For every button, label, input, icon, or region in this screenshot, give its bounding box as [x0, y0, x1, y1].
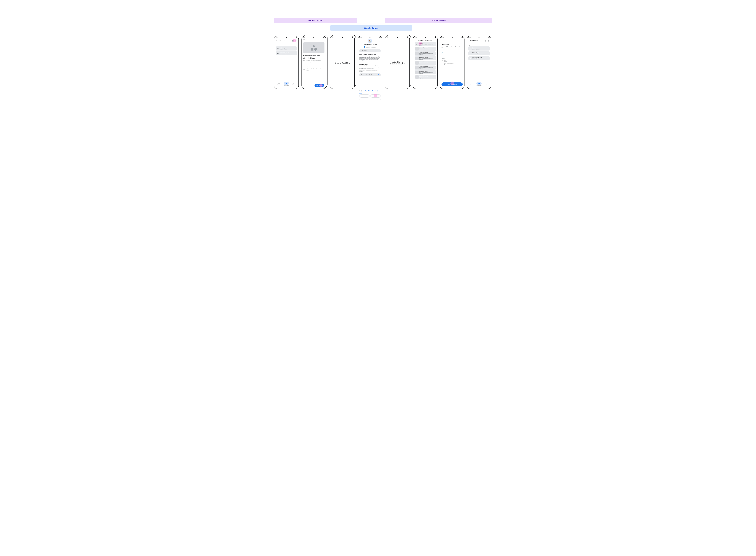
bedtime-subtitle: At 9pm, the TV powers down, and bedroom …	[441, 46, 463, 48]
home-icon: ⌂	[361, 50, 361, 51]
page-title: Automations	[276, 40, 286, 42]
nav-settings[interactable]: △Settings	[485, 82, 488, 86]
phone-link-consent: 9:30◢▮ 🏠 Link home to Acme 👤 alex.miller…	[358, 36, 383, 100]
allow-button[interactable]: Allow	[370, 94, 381, 98]
back-icon[interactable]: ←	[441, 39, 443, 41]
linked-paragraph-2: Manage device linking below or in Google…	[359, 70, 381, 72]
linked-heading: Linked devices	[359, 64, 381, 65]
back-icon[interactable]: ←	[415, 39, 416, 41]
privacy-policy-link[interactable]: Privacy Policy	[365, 90, 370, 91]
linked-paragraph: Acme will automatically have access to a…	[359, 65, 381, 69]
action-tv-row[interactable]: ▢ TVTurn off	[441, 60, 463, 62]
section-my-automations: My automations	[276, 44, 297, 45]
phone-connect-acme: 9:30◢▮ ✕ Connect Acme and Google Home En…	[301, 36, 326, 89]
wifi-icon: ◢	[295, 37, 296, 38]
account-icon[interactable]: ◉	[488, 40, 490, 42]
matter-text: Matter SharingCommissioning API	[390, 61, 404, 65]
square-icon	[311, 48, 314, 50]
legal-text: See Smart App Privacy Policy and Terms o…	[359, 90, 381, 94]
phone-bedtime-detail: 9:30◢▮ ← Bedtime At 9pm, the TV powers d…	[440, 36, 465, 89]
tv-icon: ▢	[277, 48, 279, 49]
device-types-chip[interactable]: ▣4 device types linked ⚙	[359, 73, 381, 76]
action-lights-row[interactable]: ◇ Kids bedroom lightsDim	[441, 63, 463, 65]
discover-title: Discover Automations	[418, 39, 434, 41]
commute-icon: ⇄	[277, 53, 279, 54]
automation-card-tv[interactable]: ▢ TV time lights1 starter • 2 actions	[276, 46, 297, 50]
automation-card-bedtime[interactable]: ☾ Bedtime1 starter • 2 actions	[468, 46, 490, 50]
discover-card[interactable]: Automation nameLorem ipsum dolor sit ame…	[415, 66, 436, 70]
phone-discover-automations: 9:30◢▮ ← Discover Automations ☾ BedtimeA…	[413, 36, 438, 89]
signal-icon: ▮	[296, 37, 297, 38]
discover-card[interactable]: Automation nameLorem ipsum dolor sit ame…	[415, 70, 436, 74]
trust-heading: Make sure that you trust Acme	[359, 54, 381, 55]
bedtime-title: Bedtime	[441, 43, 463, 46]
connect-body: Enjoy advanced automations and control o…	[303, 60, 324, 63]
devices-icon: ▣	[361, 74, 362, 75]
discover-icon[interactable]: ▣	[292, 40, 294, 42]
nav-automations[interactable]: ◆Automations	[476, 82, 481, 86]
nav-devices[interactable]: △Devices	[278, 82, 281, 86]
discover-icon[interactable]: ▣	[484, 40, 487, 42]
no-thanks-button[interactable]: No thanks	[359, 94, 369, 98]
triangle-icon	[312, 45, 316, 47]
moon-icon: ☾	[470, 48, 471, 49]
google-owned-banner: Google Owned	[330, 25, 412, 31]
get-started-button[interactable]: Get started	[315, 84, 324, 87]
discover-card[interactable]: Automation nameLorem ipsum dolor sit ame…	[415, 51, 436, 56]
close-icon[interactable]: ✕	[303, 38, 324, 42]
status-time: 9:30	[276, 37, 278, 38]
discover-card[interactable]: Automation nameLorem ipsum dolor sit ame…	[415, 75, 436, 79]
nav-automations[interactable]: ◆Automations	[284, 82, 289, 86]
page-title: Automations	[468, 40, 478, 42]
phone-automations-initial: 9:30 ◢▮ Automations ▣ ◉ My automations ▢…	[274, 36, 299, 89]
terms-link[interactable]: Terms of Service	[372, 90, 379, 91]
nav-devices[interactable]: △Devices	[470, 82, 473, 86]
learn-more-link[interactable]: Learn more	[363, 60, 368, 61]
gear-icon[interactable]: ⚙	[378, 74, 380, 75]
cloud-flow-text: Cloud to Cloud Flow	[335, 62, 350, 64]
phone-cloud-to-cloud: 9:30◢▮ Cloud to Cloud Flow	[330, 36, 355, 89]
partner-owned-banner-right: Partner Owned	[385, 18, 492, 23]
circle-icon	[314, 48, 317, 51]
trust-paragraph: When you grant Smart App access to your …	[359, 56, 381, 62]
placeholder-image	[303, 42, 324, 53]
commute-icon: ⇄	[470, 57, 471, 59]
light-icon: ◇	[441, 63, 443, 65]
automation-card-commute[interactable]: ⇄ Commuting to work1 starter • 3 actions	[468, 56, 490, 60]
partner-owned-banner-left: Partner Owned	[274, 18, 357, 23]
devices-icon: ▣	[303, 68, 305, 70]
home-selector[interactable]: ⌂ SF Home	[359, 49, 381, 52]
account-email: alex.miller@gmail.com	[366, 46, 376, 48]
starter-row[interactable]: 🕘 When the time is9:00 PM	[441, 53, 463, 55]
plus-icon: ＋	[303, 64, 305, 66]
acme-app-icon: 🏠	[368, 39, 372, 43]
discover-card[interactable]: Automation nameLorem ipsum dolor sit ame…	[415, 61, 436, 65]
save-automation-button[interactable]: Save automation	[441, 82, 463, 86]
phone-matter-api: 9:30◢▮ Matter SharingCommissioning API	[385, 36, 410, 89]
tv-icon: ▢	[470, 53, 471, 54]
connect-title: Connect Acme and Google Home	[303, 55, 324, 60]
automation-card-commute[interactable]: ⇄ Commuting to work1 starter • 3 actions	[276, 51, 297, 55]
clock-icon: 🕘	[441, 53, 443, 54]
link-title: Link home to Acme	[359, 43, 381, 45]
automation-card-tv[interactable]: ▢ TV time lights1 starter • 2 actions	[468, 51, 490, 55]
discover-card[interactable]: Automation nameLorem ipsum dolor sit ame…	[415, 56, 436, 60]
tv-icon: ▢	[441, 60, 443, 62]
phone-automations-final: 9:30◢▮ Automations ▣ ◉ My automations ☾ …	[467, 36, 492, 89]
discover-card[interactable]: Automation nameLorem ipsum dolor sit ame…	[415, 47, 436, 51]
account-icon[interactable]: ◉	[295, 40, 297, 42]
avatar-icon: 👤	[364, 46, 365, 48]
starters-heading: Starters	[441, 50, 463, 51]
section-my-automations: My automations	[468, 44, 490, 45]
nav-settings[interactable]: △Settings	[292, 82, 295, 86]
discover-card-bedtime[interactable]: ☾ BedtimeAt 9pm, the TV powers down, bed…	[415, 42, 436, 46]
actions-heading: Actions	[441, 58, 463, 59]
moon-icon: ☾	[416, 42, 419, 46]
